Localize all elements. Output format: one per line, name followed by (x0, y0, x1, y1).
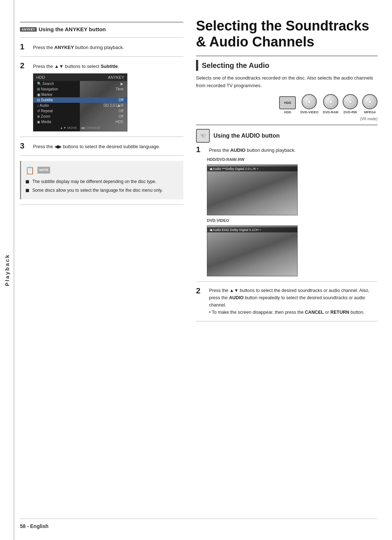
footer-page: 58 - English (20, 523, 49, 529)
audio-btn-icon: ☜ (196, 129, 210, 143)
right-step-2-bold: AUDIO (229, 295, 244, 300)
accent-bar (196, 60, 198, 71)
menu-header-right: ANYKEY (108, 75, 124, 80)
left-step-1: 1 Press the ANYKEY button during playbac… (20, 43, 183, 51)
disc-label-mpeg4: MPEG4 (364, 110, 376, 114)
sidebar: Playback (0, 0, 14, 540)
right-divider-3 (196, 281, 377, 282)
disc-icon-mpeg4: MPEG4 (362, 94, 377, 114)
top-divider (20, 22, 183, 23)
right-step-1: 1 Press the AUDIO button during playback… (196, 146, 377, 154)
note-text-2: Some discs allow you to select the langu… (32, 187, 163, 194)
note-badge: NOTE (37, 167, 50, 173)
hdd-video-screenshot: ◀ Audio ***Dolby Digital 2.0 L-R ÷ (207, 165, 298, 215)
step-3-text: Press the ◀▶ buttons to select the desir… (33, 142, 160, 150)
step-2-bold: Subtitle (101, 64, 118, 69)
hdd-video-bar: ◀ Audio ***Dolby Digital 2.0 L-R ÷ (207, 166, 297, 171)
menu-item-zoom: ⊕ ZoomOff (33, 114, 127, 119)
note-text-1: The subtitle display may be different de… (32, 178, 156, 185)
dvd-video-label: DVD-VIDEO (207, 218, 377, 223)
right-top-divider (196, 56, 377, 56)
note-item-2: ■ Some discs allow you to select the lan… (25, 187, 179, 194)
disc-icon-hdd: HDD HDD (279, 96, 296, 114)
menu-header-left: HDD (36, 75, 45, 80)
disc-shape-dvdram (323, 94, 338, 109)
video-birds-2 (207, 226, 297, 276)
menu-screenshot: HDD ANYKEY 🔍 Search▶ ⊞ NavigationTime ▣ … (33, 73, 127, 131)
bullet-1: ■ (25, 178, 29, 185)
disc-shape-dvdvideo (302, 94, 317, 109)
audio-btn-row: ☜ Using the AUDIO button (196, 129, 377, 143)
disc-shape-dvdrw (343, 94, 358, 109)
menu-item-marker: ▣ Marker (33, 92, 127, 97)
right-step-2-text: Press the ▲▼ buttons to select the desir… (209, 287, 377, 316)
menu-item-navigation: ⊞ NavigationTime (33, 86, 127, 92)
right-divider-2 (196, 125, 377, 125)
step-2-text: Press the ▲▼ buttons to select Subtitle. (33, 62, 119, 70)
cancel-bold: CANCEL (305, 310, 324, 315)
left-column: ANYKEY Using the ANYKEY button 1 Press t… (20, 18, 183, 210)
disc-icons-row: HDD HDD DVD-VIDEO DVD-RAM DVD-RW (196, 94, 377, 114)
step-1-text: Press the ANYKEY button during playback. (33, 43, 124, 51)
note-box: 📋 NOTE ■ The subtitle display may be dif… (20, 161, 183, 199)
step-num-2: 2 (20, 62, 30, 70)
disc-label-dvdram: DVD-RAM (323, 110, 339, 114)
menu-item-repeat: ↺ RepeatOff (33, 108, 127, 114)
divider-2 (20, 56, 183, 57)
disc-icon-dvdvideo: DVD-VIDEO (300, 94, 318, 114)
menu-item-search: 🔍 Search▶ (33, 81, 127, 86)
main-title-line1: Selecting the Soundtracks (196, 18, 369, 33)
right-step-2: 2 Press the ▲▼ buttons to select the des… (196, 287, 377, 316)
audio-btn-heading: Using the AUDIO button (213, 133, 280, 139)
selecting-audio-section: Selecting the Audio (196, 60, 377, 71)
divider-1 (20, 37, 183, 38)
right-divider-4 (196, 321, 377, 321)
hdd-dvd-label: HDD/DVD-RAM/-RW (207, 157, 377, 162)
main-title-line2: & Audio Channels (196, 34, 314, 49)
disc-label-dvdrw: DVD-RW (344, 110, 357, 114)
divider-5 (20, 204, 183, 205)
anykey-badge: ANYKEY (20, 27, 37, 32)
sidebar-label: Playback (4, 254, 10, 286)
bullet-2: ■ (25, 187, 29, 194)
step-num-3: 3 (20, 142, 30, 150)
step-num-1: 1 (20, 43, 30, 51)
left-step-3: 3 Press the ◀▶ buttons to select the des… (20, 142, 183, 150)
divider-3 (20, 137, 183, 137)
note-item-1: ■ The subtitle display may be different … (25, 178, 179, 185)
right-step-num-1: 1 (196, 146, 206, 154)
right-column: Selecting the Soundtracks & Audio Channe… (196, 18, 377, 326)
menu-footer: ▲▼ MOVE ◀▶ CHANGE (33, 126, 127, 130)
menu-header: HDD ANYKEY (33, 74, 127, 81)
dvd-video-bar: ◀ Audio ENG Dolby Digital 5.1CH ÷ (207, 227, 297, 232)
return-bold: RETURN (330, 310, 349, 315)
vr-mode-label: (VR mode) (196, 117, 377, 121)
divider-4 (20, 155, 183, 156)
menu-item-audio: ♪ AudioDD 2.0 L▶R (33, 103, 127, 108)
dvd-video-screenshot: ◀ Audio ENG Dolby Digital 5.1CH ÷ (207, 226, 298, 276)
menu-item-media: ◉ MediaHDD (33, 119, 127, 125)
right-step-1-text: Press the AUDIO button during playback. (209, 146, 295, 154)
main-title: Selecting the Soundtracks & Audio Channe… (196, 18, 377, 50)
step-1-bold: ANYKEY (54, 45, 74, 50)
disc-icon-dvdrw: DVD-RW (343, 94, 358, 114)
disc-label-hdd: HDD (284, 110, 291, 114)
disc-label-dvdvideo: DVD-VIDEO (300, 110, 318, 114)
note-icon: 📋 (25, 165, 34, 176)
anykey-heading: ANYKEY Using the ANYKEY button (20, 26, 183, 32)
footer: 58 - English (20, 519, 377, 529)
left-step-2: 2 Press the ▲▼ buttons to select Subtitl… (20, 62, 183, 70)
video-birds-1 (207, 165, 297, 215)
disc-shape-mpeg4 (362, 94, 377, 109)
right-step-num-2: 2 (196, 287, 206, 295)
right-step-1-bold: AUDIO (230, 147, 246, 153)
anykey-heading-text: Using the ANYKEY button (39, 26, 106, 32)
hdd-icon-shape: HDD (279, 96, 296, 109)
menu-item-subtitle: ⊟ SubtitleOff (33, 97, 127, 103)
desc-text: Selects one of the soundtracks recorded … (196, 74, 377, 90)
disc-icon-dvdram: DVD-RAM (323, 94, 339, 114)
section-title: Selecting the Audio (202, 61, 269, 70)
